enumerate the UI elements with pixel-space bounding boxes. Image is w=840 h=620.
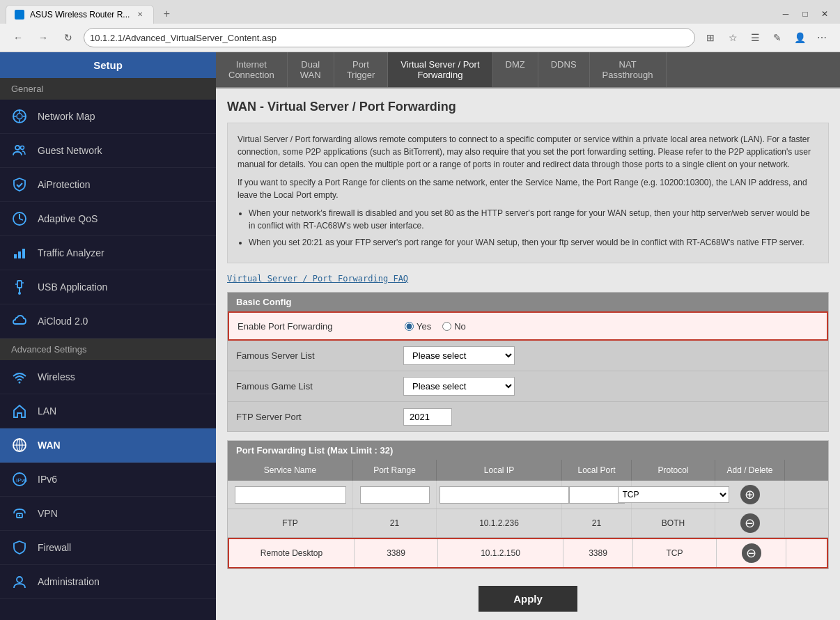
back-button[interactable]: ← — [8, 28, 28, 47]
col-protocol: Protocol — [632, 460, 715, 481]
sidebar-item-traffic-analyzer[interactable]: Traffic Analyzer — [0, 236, 216, 270]
favorites-button[interactable]: ☆ — [723, 28, 742, 47]
sidebar-item-guest-network[interactable]: Guest Network — [0, 134, 216, 168]
input-port-range[interactable] — [360, 486, 430, 504]
radio-no-option[interactable]: No — [442, 321, 466, 332]
tab-ddns[interactable]: DDNS — [538, 52, 590, 87]
svg-marker-18 — [14, 405, 25, 417]
sidebar-item-adaptive-qos[interactable]: Adaptive QoS — [0, 202, 216, 236]
input-local-ip[interactable] — [440, 486, 569, 504]
delete-ftp-button[interactable]: ⊖ — [740, 513, 760, 533]
profile-button[interactable]: 👤 — [790, 28, 809, 47]
sidebar-item-label: Network Map — [38, 111, 95, 122]
users-icon — [11, 142, 28, 159]
famous-game-select[interactable]: Please select — [403, 377, 515, 396]
port-forwarding-title: Port Forwarding List (Max Limit : 32) — [228, 441, 828, 460]
tab-port-trigger[interactable]: PortTrigger — [334, 52, 389, 87]
apply-button[interactable]: Apply — [479, 586, 577, 612]
sidebar-item-label: USB Application — [38, 281, 107, 293]
col-add-delete: Add / Delete — [715, 460, 785, 481]
globe-icon — [11, 437, 28, 454]
home-icon — [11, 403, 28, 419]
sidebar-item-administration[interactable]: Administration — [0, 565, 216, 599]
sidebar-item-wan[interactable]: WAN — [0, 428, 216, 463]
row-ftp-port-range: 21 — [353, 509, 437, 537]
row-ftp-protocol: BOTH — [632, 509, 715, 537]
row-ftp-service-name: FTP — [228, 509, 353, 537]
bullet-1: When your network's firewall is disabled… — [249, 207, 818, 232]
famous-server-control: Please select — [403, 346, 515, 365]
refresh-button[interactable]: ↻ — [59, 28, 78, 47]
svg-rect-12 — [17, 281, 22, 288]
close-window-button[interactable]: ✕ — [815, 4, 834, 24]
sidebar-setup-button[interactable]: Setup — [0, 52, 216, 78]
famous-server-select[interactable]: Please select — [403, 346, 515, 365]
page-title: WAN - Virtual Server / Port Forwarding — [227, 100, 829, 114]
new-tab-button[interactable]: + — [157, 4, 176, 24]
browser-chrome: ASUS Wireless Router R... ✕ + ─ □ ✕ ← → … — [0, 0, 840, 52]
sidebar-item-vpn[interactable]: VPN — [0, 497, 216, 531]
tab-nat-passthrough[interactable]: NATPassthrough — [590, 52, 667, 87]
famous-server-row: Famous Server List Please select — [228, 341, 828, 371]
close-tab-button[interactable]: ✕ — [135, 10, 145, 20]
input-protocol-select[interactable]: TCP UDP BOTH — [618, 486, 729, 503]
setup-label: Setup — [93, 59, 123, 71]
more-button[interactable]: ⋯ — [812, 28, 832, 47]
svg-point-27 — [17, 577, 22, 582]
table-header: Service Name Port Range Local IP Local P… — [228, 460, 828, 481]
bullet-2: When you set 20:21 as your FTP server's … — [249, 236, 818, 249]
forward-button[interactable]: → — [33, 28, 53, 47]
tab-label: ASUS Wireless Router R... — [30, 10, 130, 20]
tab-internet-connection[interactable]: InternetConnection — [216, 52, 288, 87]
sidebar-item-wireless[interactable]: Wireless — [0, 360, 216, 394]
delete-rd-button[interactable]: ⊖ — [742, 543, 761, 563]
page-content: WAN - Virtual Server / Port Forwarding V… — [216, 88, 840, 620]
radio-yes-option[interactable]: Yes — [405, 321, 431, 332]
input-service-name[interactable] — [235, 486, 346, 504]
sidebar-item-firewall[interactable]: Firewall — [0, 531, 216, 565]
row-rd-protocol: TCP — [633, 539, 717, 567]
sidebar-item-network-map[interactable]: Network Map — [0, 100, 216, 134]
radio-no-label: No — [454, 321, 466, 332]
maximize-button[interactable]: □ — [795, 4, 815, 24]
sidebar-item-usb-application[interactable]: USB Application — [0, 270, 216, 304]
row-rd-delete-cell: ⊖ — [717, 539, 786, 567]
admin-icon — [11, 573, 28, 590]
sidebar-item-label: LAN — [38, 405, 56, 417]
sidebar-item-label: Traffic Analyzer — [38, 247, 104, 258]
radio-no-input[interactable] — [442, 322, 451, 331]
enable-port-forwarding-label: Enable Port Forwarding — [238, 321, 405, 332]
radio-yes-input[interactable] — [405, 322, 414, 331]
row-rd-port-range: 3389 — [355, 539, 438, 567]
table-row-remote-desktop: Remote Desktop 3389 10.1.2.150 3389 TCP … — [228, 538, 828, 568]
sidebar-item-label: Guest Network — [38, 145, 102, 156]
svg-point-17 — [19, 382, 21, 384]
edit-button[interactable]: ✎ — [768, 28, 787, 47]
minimize-button[interactable]: ─ — [776, 4, 795, 24]
sidebar-item-aiprotection[interactable]: AiProtection — [0, 168, 216, 202]
network-icon — [11, 108, 28, 125]
sidebar-item-aicloud[interactable]: AiCloud 2.0 — [0, 304, 216, 339]
row-rd-service-name: Remote Desktop — [229, 539, 355, 567]
url-input[interactable] — [84, 28, 695, 47]
tab-virtual-server[interactable]: Virtual Server / PortForwarding — [388, 52, 492, 87]
sidebar-item-ipv6[interactable]: IPv6 IPv6 — [0, 463, 216, 497]
faq-link[interactable]: Virtual Server / Port Forwarding FAQ — [227, 274, 408, 284]
split-view-button[interactable]: ⊞ — [701, 28, 720, 47]
add-rule-button[interactable]: ⊕ — [740, 485, 760, 504]
famous-server-label: Famous Server List — [236, 350, 403, 361]
col-local-port: Local Port — [562, 460, 632, 481]
tab-dual-wan[interactable]: DualWAN — [288, 52, 334, 87]
table-row-ftp: FTP 21 10.1.2.236 21 BOTH ⊖ — [228, 509, 828, 538]
settings-button[interactable]: ☰ — [745, 28, 765, 47]
input-port-range-cell — [353, 481, 437, 509]
col-port-range: Port Range — [353, 460, 437, 481]
tab-dmz[interactable]: DMZ — [493, 52, 538, 87]
sidebar-item-label: WAN — [38, 440, 61, 451]
sidebar-item-lan[interactable]: LAN — [0, 394, 216, 428]
input-local-port[interactable] — [569, 486, 625, 504]
input-protocol-cell: TCP UDP BOTH — [632, 481, 715, 509]
famous-game-label: Famous Game List — [236, 381, 403, 392]
ftp-port-input[interactable] — [403, 408, 452, 426]
browser-tab[interactable]: ASUS Wireless Router R... ✕ — [6, 5, 154, 24]
